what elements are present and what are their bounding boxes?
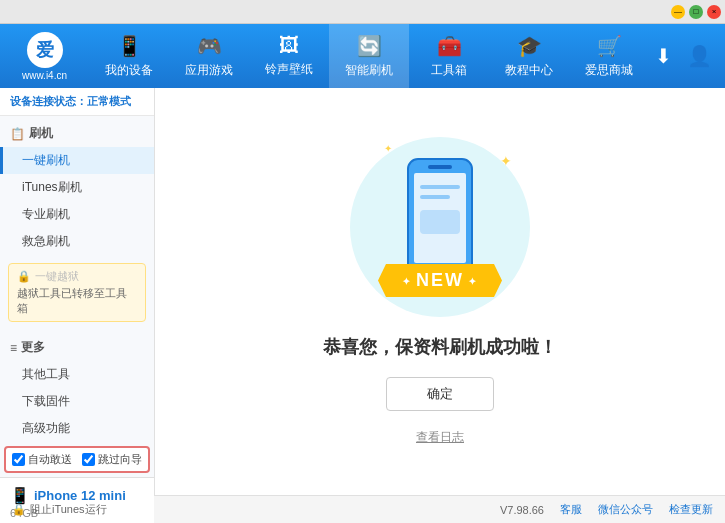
- device-name: iPhone 12 mini: [34, 488, 126, 503]
- nav-apps-games-label: 应用游戏: [185, 62, 233, 79]
- itunes-flash-label: iTunes刷机: [22, 179, 82, 196]
- flash-section-header: 📋 刷机: [0, 120, 154, 147]
- logo[interactable]: 爱 www.i4.cn: [0, 24, 89, 89]
- checkbox-row: 自动敢送 跳过向导: [4, 446, 150, 473]
- skip-guide-label: 跳过向导: [98, 452, 142, 467]
- version-label: V7.98.66: [500, 504, 544, 516]
- tutorial-icon: 🎓: [517, 34, 542, 58]
- nav-my-device[interactable]: 📱 我的设备: [89, 24, 169, 88]
- service-link[interactable]: 客服: [560, 502, 582, 517]
- shopping-icon: 🛒: [597, 34, 622, 58]
- toolbox-icon: 🧰: [437, 34, 462, 58]
- apps-games-icon: 🎮: [197, 34, 222, 58]
- main: 设备连接状态：正常模式 📋 刷机 一键刷机 iTunes刷机 专业刷机 救急刷机: [0, 88, 725, 495]
- nav-my-device-label: 我的设备: [105, 62, 153, 79]
- close-button[interactable]: ×: [707, 5, 721, 19]
- flash-section: 📋 刷机 一键刷机 iTunes刷机 专业刷机 救急刷机: [0, 116, 154, 259]
- wallpaper-icon: 🖼: [279, 34, 299, 57]
- sidebar-item-other-tools[interactable]: 其他工具: [0, 361, 154, 388]
- lock-icon: 🔒: [17, 270, 31, 283]
- sidebar-item-pro-flash[interactable]: 专业刷机: [0, 201, 154, 228]
- download-firmware-label: 下载固件: [22, 393, 70, 410]
- statusbar-right: V7.98.66 客服 微信公众号 检查更新: [500, 502, 713, 517]
- nav-apps-games[interactable]: 🎮 应用游戏: [169, 24, 249, 88]
- nav-toolbox[interactable]: 🧰 工具箱: [409, 24, 489, 88]
- stop-itunes-label: 阻止iTunes运行: [30, 502, 107, 517]
- back-daily-link[interactable]: 查看日志: [416, 429, 464, 446]
- flash-section-icon: 📋: [10, 127, 25, 141]
- svg-rect-5: [420, 195, 450, 199]
- logo-text: www.i4.cn: [22, 70, 67, 81]
- more-section-title: 更多: [21, 339, 45, 356]
- skip-guide-checkbox-label[interactable]: 跳过向导: [82, 452, 142, 467]
- nav-bar: 📱 我的设备 🎮 应用游戏 🖼 铃声壁纸 🔄 智能刷机 🧰 工具箱 🎓 教程中心…: [89, 24, 649, 88]
- success-card: ✦ ✦ NEW 恭喜您，保资料刷机成功啦！ 确定 查看日志: [323, 137, 557, 446]
- stop-itunes-icon: 🔒: [12, 503, 26, 516]
- svg-rect-4: [420, 185, 460, 189]
- smart-shop-icon: 🔄: [357, 34, 382, 58]
- my-device-icon: 📱: [117, 34, 142, 58]
- status-value: 正常模式: [87, 95, 131, 107]
- more-section-header: ≡ 更多: [0, 334, 154, 361]
- user-button[interactable]: 👤: [685, 42, 713, 70]
- sidebar-item-itunes-flash[interactable]: iTunes刷机: [0, 174, 154, 201]
- skip-guide-checkbox[interactable]: [82, 453, 95, 466]
- notice-text: 越狱工具已转移至工具箱: [17, 286, 137, 316]
- statusbar-left: 🔒 阻止iTunes运行: [12, 502, 480, 517]
- download-button[interactable]: ⬇: [649, 42, 677, 70]
- maximize-button[interactable]: □: [689, 5, 703, 19]
- more-icon: ≡: [10, 341, 17, 355]
- sidebar: 设备连接状态：正常模式 📋 刷机 一键刷机 iTunes刷机 专业刷机 救急刷机: [0, 88, 155, 495]
- auto-send-label: 自动敢送: [28, 452, 72, 467]
- nav-shopping-label: 爱思商城: [585, 62, 633, 79]
- success-text: 恭喜您，保资料刷机成功啦！: [323, 335, 557, 359]
- pro-flash-label: 专业刷机: [22, 206, 70, 223]
- nav-wallpaper[interactable]: 🖼 铃声壁纸: [249, 24, 329, 88]
- advanced-label: 高级功能: [22, 420, 70, 437]
- device-status: 设备连接状态：正常模式: [0, 88, 154, 116]
- wechat-link[interactable]: 微信公众号: [598, 502, 653, 517]
- notice-label: 一键越狱: [35, 269, 79, 284]
- new-ribbon: NEW: [378, 264, 502, 297]
- minimize-button[interactable]: —: [671, 5, 685, 19]
- sidebar-item-one-click-flash[interactable]: 一键刷机: [0, 147, 154, 174]
- flash-section-title: 刷机: [29, 125, 53, 142]
- header: 爱 www.i4.cn 📱 我的设备 🎮 应用游戏 🖼 铃声壁纸 🔄 智能刷机 …: [0, 24, 725, 88]
- sidebar-item-download-firmware[interactable]: 下载固件: [0, 388, 154, 415]
- sparkle-2: ✦: [384, 143, 392, 154]
- svg-rect-6: [420, 210, 460, 234]
- nav-tutorial[interactable]: 🎓 教程中心: [489, 24, 569, 88]
- one-click-flash-label: 一键刷机: [22, 152, 70, 169]
- logo-icon: 爱: [27, 32, 63, 68]
- stop-itunes-button[interactable]: 🔒 阻止iTunes运行: [12, 502, 107, 517]
- nav-shopping[interactable]: 🛒 爱思商城: [569, 24, 649, 88]
- header-right: ⬇ 👤: [649, 42, 725, 70]
- other-tools-label: 其他工具: [22, 366, 70, 383]
- update-link[interactable]: 检查更新: [669, 502, 713, 517]
- sidebar-item-save-flash[interactable]: 救急刷机: [0, 228, 154, 255]
- nav-smart-shop-label: 智能刷机: [345, 62, 393, 79]
- auto-send-checkbox-label[interactable]: 自动敢送: [12, 452, 72, 467]
- sidebar-item-advanced[interactable]: 高级功能: [0, 415, 154, 442]
- sparkle-1: ✦: [500, 153, 512, 169]
- content-area: ✦ ✦ NEW 恭喜您，保资料刷机成功啦！ 确定 查看日志: [155, 88, 725, 495]
- auto-send-checkbox[interactable]: [12, 453, 25, 466]
- nav-smart-shop[interactable]: 🔄 智能刷机: [329, 24, 409, 88]
- confirm-button[interactable]: 确定: [386, 377, 494, 411]
- nav-tutorial-label: 教程中心: [505, 62, 553, 79]
- status-label: 设备连接状态：: [10, 95, 87, 107]
- save-flash-label: 救急刷机: [22, 233, 70, 250]
- titlebar: — □ ×: [0, 0, 725, 24]
- jailbreak-notice: 🔒 一键越狱 越狱工具已转移至工具箱: [8, 263, 146, 322]
- svg-rect-3: [428, 165, 452, 169]
- nav-toolbox-label: 工具箱: [431, 62, 467, 79]
- nav-wallpaper-label: 铃声壁纸: [265, 61, 313, 78]
- phone-illustration: ✦ ✦ NEW: [350, 137, 530, 317]
